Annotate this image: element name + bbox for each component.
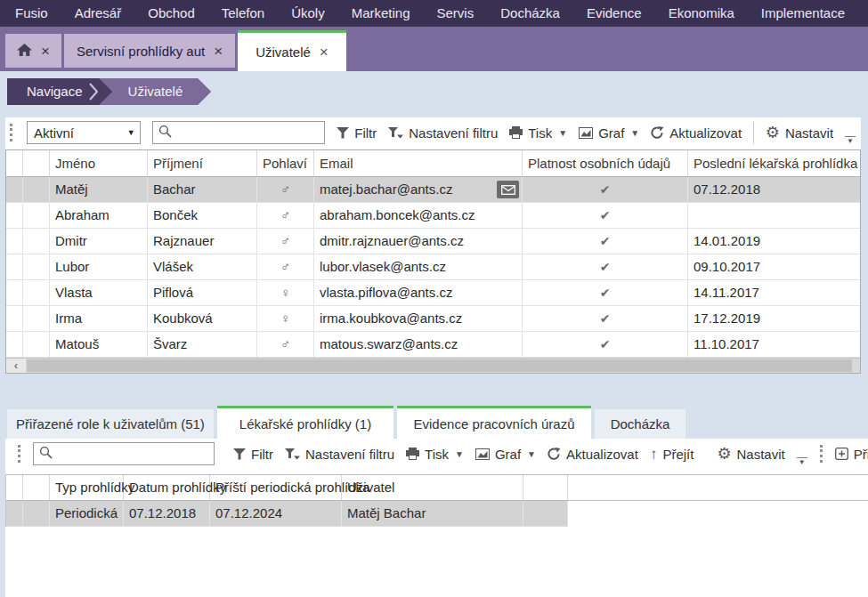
filter-settings-button[interactable]: Nastavení filtru (388, 125, 498, 141)
header-cell[interactable]: Email (314, 150, 523, 176)
chevron-down-icon: ▼ (122, 128, 140, 137)
header-cell[interactable]: Platnost osobních údajů (523, 150, 688, 176)
menu-item[interactable]: Obchod (134, 0, 208, 27)
menu-item[interactable]: Vývoj (858, 0, 868, 27)
filter-button[interactable]: Filtr (337, 125, 377, 141)
refresh-button[interactable]: Aktualizovat (651, 125, 742, 141)
menu-item[interactable]: Servis (424, 0, 488, 27)
male-icon: ♂ (280, 336, 290, 351)
settings-button[interactable]: ⚙ Nastavit (717, 446, 784, 462)
toolbar-overflow-button[interactable]: ▼ (845, 136, 856, 145)
table-row[interactable]: MatoušŠvarz♂matous.swarz@ants.cz✔11.10.2… (6, 332, 860, 358)
print-button[interactable]: Tisk ▼ (406, 447, 464, 462)
cell-email: abraham.boncek@ants.cz (314, 203, 523, 228)
cell-email: lubor.vlasek@ants.cz (314, 254, 523, 279)
menu-item[interactable]: Docházka (487, 0, 573, 27)
close-icon[interactable]: × (214, 44, 223, 59)
toolbar-overflow-button[interactable]: ▼ (797, 457, 807, 466)
button-label: Tisk (425, 447, 449, 462)
header-cell[interactable]: Příjmení (148, 150, 257, 176)
users-table-body: MatějBachar♂matej.bachar@ants.cz✔07.12.2… (6, 177, 860, 358)
row-indicator-cell (6, 177, 23, 202)
print-button[interactable]: Tisk ▼ (509, 125, 567, 141)
header-cell[interactable]: Datum prohlídky (124, 475, 210, 500)
header-cell[interactable]: Příští periodická prohlídka (210, 475, 342, 500)
search-input[interactable] (172, 123, 354, 142)
scroll-left-arrow-icon[interactable]: ‹ (6, 359, 26, 373)
toolbar-drag-handle[interactable] (10, 124, 12, 141)
row-handle-cell (23, 332, 50, 357)
table-row[interactable]: MatějBachar♂matej.bachar@ants.cz✔07.12.2… (6, 177, 860, 203)
male-icon: ♂ (280, 182, 290, 197)
breadcrumb-item-uzivatele[interactable]: Uživatelé (100, 78, 212, 105)
chart-icon (579, 127, 593, 139)
row-handle-cell (23, 177, 50, 202)
scrollbar-thumb[interactable] (27, 359, 852, 372)
table-row[interactable]: DmitrRajznauer♂dmitr.rajznauer@ants.cz✔1… (6, 229, 860, 254)
table-row[interactable]: AbrahamBonček♂abraham.boncek@ants.cz✔ (6, 203, 860, 229)
breadcrumb-item-navigace[interactable]: Navigace (7, 78, 113, 105)
header-cell[interactable]: Typ prohlídky (50, 475, 124, 500)
close-icon[interactable]: × (320, 44, 329, 60)
refresh-button[interactable]: Aktualizovat (548, 447, 638, 462)
chart-button[interactable]: Graf ▼ (475, 447, 536, 462)
filter-settings-button[interactable]: Nastavení filtru (285, 447, 394, 462)
detail-tab[interactable]: Docházka (595, 409, 685, 439)
document-tab[interactable]: Uživatelé× (238, 30, 346, 71)
tab-bar: × Servisní prohlídky aut×Uživatelé× (0, 27, 868, 71)
header-cell[interactable]: Jméno (50, 150, 148, 176)
add-button[interactable]: Přidat (835, 447, 868, 462)
chart-button[interactable]: Graf ▼ (579, 125, 639, 141)
close-icon[interactable]: × (41, 44, 50, 59)
document-tab[interactable]: Servisní prohlídky aut× (64, 34, 235, 68)
filter-settings-icon (285, 448, 300, 460)
horizontal-scrollbar[interactable]: ‹ (6, 358, 860, 373)
checkmark-icon: ✔ (600, 337, 611, 351)
button-label: Nastavit (785, 125, 833, 141)
header-cell[interactable]: Poslední lékařská prohlídka (688, 150, 860, 176)
email-icon[interactable] (497, 181, 519, 198)
cell-last-name: Koubková (148, 306, 257, 331)
header-cell (523, 475, 568, 500)
male-icon: ♂ (280, 259, 290, 274)
table-row[interactable]: IrmaKoubková♀irma.koubkova@ants.cz✔17.12… (6, 306, 860, 332)
refresh-icon (651, 126, 664, 139)
table-row[interactable]: Periodická07.12.201807.12.2024Matěj Bach… (6, 501, 568, 527)
menu-item[interactable]: Úkoly (278, 0, 338, 27)
document-tabs: Servisní prohlídky aut×Uživatelé× (64, 27, 349, 71)
menu-item[interactable]: Fusio (2, 0, 61, 27)
table-row[interactable]: LuborVlášek♂lubor.vlasek@ants.cz✔09.10.2… (6, 254, 860, 280)
view-filter-select[interactable]: Aktivní ▼ (27, 121, 141, 144)
view-filter-value: Aktivní (28, 125, 122, 141)
detail-tab[interactable]: Evidence pracovních úrazů (397, 406, 591, 439)
header-cell[interactable]: Uživatel (342, 475, 523, 500)
home-tab[interactable]: × (5, 34, 61, 68)
table-row[interactable]: VlastaPiflová♀vlasta.piflova@ants.cz✔14.… (6, 280, 860, 306)
header-cell[interactable]: Pohlaví (257, 150, 314, 176)
button-label: Nastavit (737, 447, 785, 462)
menu-item[interactable]: Implementace (748, 0, 858, 27)
cell-next-periodic: 07.12.2024 (210, 501, 342, 526)
toolbar-drag-handle[interactable] (18, 445, 20, 463)
gear-icon: ⚙ (717, 446, 731, 462)
medical-checkups-section: Filtr Nastavení filtru Tisk ▼ Graf ▼ Akt… (5, 439, 868, 597)
search-input[interactable] (53, 444, 235, 464)
detail-tab[interactable]: Přiřazené role k uživatelům (51) (7, 409, 214, 439)
cell-personal-data-valid: ✔ (523, 332, 688, 357)
goto-button[interactable]: ↑ Přejít (650, 447, 694, 462)
filter-button[interactable]: Filtr (233, 447, 273, 462)
menu-item[interactable]: Ekonomika (655, 0, 748, 27)
cell-email: dmitr.rajznauer@ants.cz (314, 229, 523, 254)
checkmark-icon: ✔ (600, 234, 611, 248)
settings-button[interactable]: ⚙ Nastavit (766, 125, 833, 141)
detail-tab[interactable]: Lékařské prohlídky (1) (217, 406, 393, 439)
toolbar-drag-handle[interactable] (820, 445, 823, 463)
menu-item[interactable]: Adresář (61, 0, 135, 27)
menu-item[interactable]: Evidence (573, 0, 655, 27)
search-icon (39, 446, 53, 462)
cell-checkup-type: Periodická (50, 501, 124, 526)
detail-search[interactable] (33, 442, 215, 465)
users-search[interactable] (152, 121, 325, 144)
menu-item[interactable]: Marketing (338, 0, 424, 27)
menu-item[interactable]: Telefon (208, 0, 278, 27)
